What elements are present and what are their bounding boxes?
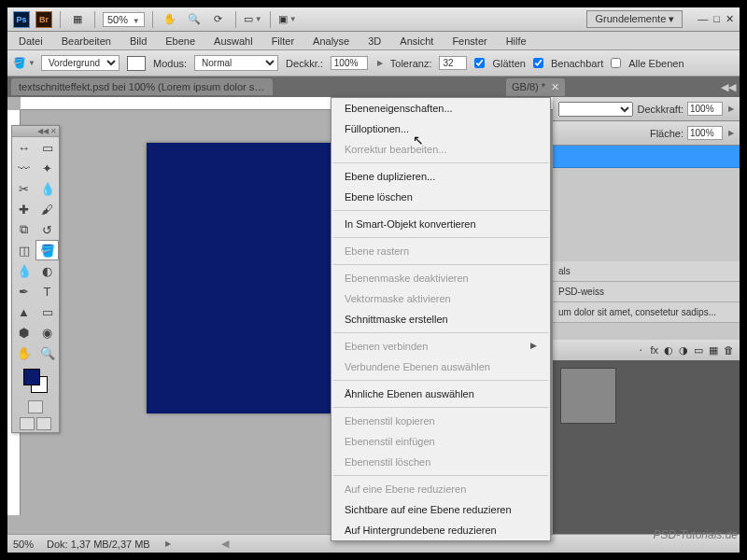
status-zoom[interactable]: 50% [13, 539, 34, 550]
pen-tool-icon[interactable]: ✒ [12, 281, 35, 301]
context-item: Ebenen verbinden▶ [331, 336, 550, 357]
context-item[interactable]: Fülloptionen... [331, 119, 550, 139]
menu-bearbeiten[interactable]: Bearbeiten [54, 34, 119, 49]
bucket-tool-icon[interactable]: 🪣 [35, 240, 59, 260]
menu-hilfe[interactable]: Hilfe [499, 34, 534, 49]
close-icon[interactable]: ✕ [726, 13, 734, 25]
layer-mask-icon[interactable]: ◐ [664, 344, 673, 357]
shape-tool-icon[interactable]: ▭ [35, 301, 59, 322]
3d-tool-icon[interactable]: ⬢ [12, 322, 35, 343]
arrange-icon[interactable]: ▭▼ [244, 10, 262, 29]
heal-tool-icon[interactable]: ✚ [12, 199, 35, 219]
bridge-icon[interactable]: Br [35, 11, 52, 28]
quickmask-icon[interactable] [28, 400, 43, 413]
layer-blend-select[interactable] [558, 102, 633, 117]
move-tool-icon[interactable]: ↔ [12, 137, 35, 158]
photoshop-icon[interactable]: Ps [13, 11, 30, 28]
context-item[interactable]: In Smart-Objekt konvertieren [331, 214, 550, 234]
3d-camera-icon[interactable]: ◉ [35, 322, 59, 343]
layer-item-1[interactable]: als [553, 261, 740, 282]
link-layers-icon[interactable]: ⬝ [638, 344, 644, 356]
layer-item-3[interactable]: um dolor sit amet, consetetur sadips... [553, 302, 740, 323]
menu-fenster[interactable]: Fenster [444, 34, 494, 49]
type-tool-icon[interactable]: T [35, 281, 59, 301]
menu-datei[interactable]: Datei [11, 34, 50, 49]
titlebar: Ps Br ▦ 50% ▼ ✋ 🔍 ⟳ ▭▼ ▣▼ Grundelemente … [7, 7, 740, 32]
pattern-swatch[interactable] [127, 56, 146, 71]
hand-tool-icon[interactable]: ✋ [12, 343, 35, 363]
eyedropper-tool-icon[interactable]: 💧 [35, 178, 59, 199]
delete-layer-icon[interactable]: 🗑 [724, 344, 734, 356]
layer-fill-label: Fläche: [650, 128, 684, 139]
all-layers-checkbox[interactable] [611, 58, 621, 68]
blur-tool-icon[interactable]: 💧 [12, 260, 35, 281]
screen-mode-icon[interactable]: ▣▼ [278, 10, 297, 29]
foreground-color[interactable] [23, 369, 40, 385]
contiguous-checkbox[interactable] [533, 58, 543, 68]
close-tab-icon[interactable]: ✕ [551, 81, 559, 92]
rotate-view-icon[interactable]: ⟳ [209, 10, 228, 29]
menu-bild[interactable]: Bild [122, 34, 154, 49]
layer-gap [553, 168, 740, 261]
menu-3d[interactable]: 3D [360, 34, 388, 49]
antialias-checkbox[interactable] [474, 58, 485, 68]
menu-filter[interactable]: Filter [264, 34, 302, 49]
workspace-select[interactable]: Grundelemente ▾ [586, 10, 683, 28]
zoom-select[interactable]: 50% ▼ [103, 12, 145, 27]
view-extras-icon[interactable]: ▦ [68, 10, 87, 29]
context-item[interactable]: Schnittmaske erstellen [331, 309, 550, 329]
zoom-tool-icon[interactable]: 🔍 [35, 343, 59, 363]
document-tab-2[interactable]: GB/8) *✕ [506, 78, 565, 96]
layer-fx-icon[interactable]: fx [650, 344, 658, 356]
right-panels: Deckkraft: ▶ Fläche: ▶ als PSD-weiss um … [553, 97, 740, 534]
screenmode-full-icon[interactable] [36, 417, 51, 430]
crop-tool-icon[interactable]: ✂ [12, 178, 35, 199]
blend-mode-select[interactable]: Normal [194, 55, 278, 71]
zoom-icon[interactable]: 🔍 [185, 10, 204, 29]
canvas[interactable] [147, 143, 333, 413]
context-item[interactable]: Ebene löschen [331, 187, 550, 207]
navigator-thumb[interactable] [560, 368, 616, 424]
color-swatch[interactable] [21, 367, 49, 395]
context-item[interactable]: Auf Hintergrundebene reduzieren [331, 520, 550, 540]
document-tab-1[interactable]: textschnitteffekt.psd bei 100% (Lorem ip… [11, 78, 273, 95]
layer-group-icon[interactable]: ▭ [694, 344, 703, 357]
brush-tool-icon[interactable]: 🖌 [35, 199, 59, 219]
menu-analyse[interactable]: Analyse [305, 34, 357, 49]
history-brush-icon[interactable]: ↺ [35, 219, 59, 240]
layer-opacity-input[interactable] [687, 102, 723, 116]
new-layer-icon[interactable]: ▦ [709, 344, 718, 357]
watermark: PSD-Tutorials.de [654, 528, 738, 541]
menu-ebene[interactable]: Ebene [158, 34, 203, 49]
layer-fill-input[interactable] [687, 126, 723, 140]
dodge-tool-icon[interactable]: ◐ [35, 260, 59, 281]
lasso-tool-icon[interactable]: 〰 [12, 158, 35, 178]
scroll-left-icon[interactable]: ◀ [221, 538, 229, 550]
stamp-tool-icon[interactable]: ⧉ [12, 219, 35, 240]
tolerance-input[interactable] [439, 56, 467, 70]
marquee-tool-icon[interactable]: ▭ [35, 137, 59, 158]
layer-context-menu: Ebeneneigenschaften...Fülloptionen...Kor… [331, 97, 551, 541]
path-select-icon[interactable]: ▲ [12, 301, 35, 322]
menu-ansicht[interactable]: Ansicht [392, 34, 441, 49]
wand-tool-icon[interactable]: ✦ [35, 158, 59, 178]
layer-mode-row: Deckkraft: ▶ [553, 97, 740, 121]
screenmode-std-icon[interactable] [20, 417, 35, 430]
opacity-input[interactable] [331, 56, 368, 70]
toolbox-header[interactable]: ◀◀ ✕ [12, 126, 59, 137]
eraser-tool-icon[interactable]: ◫ [12, 240, 35, 260]
layer-selected[interactable] [553, 146, 740, 168]
hand-icon[interactable]: ✋ [161, 10, 179, 29]
context-item[interactable]: Ebene duplizieren... [331, 166, 550, 187]
fill-source-select[interactable]: Vordergrund [41, 55, 120, 71]
context-item[interactable]: Ebeneneigenschaften... [331, 98, 550, 119]
maximize-icon[interactable]: □ [713, 13, 720, 25]
layer-item-2[interactable]: PSD-weiss [553, 282, 740, 302]
adjustment-layer-icon[interactable]: ◑ [679, 344, 688, 357]
panel-collapse-icon[interactable]: ◀◀ [721, 81, 736, 93]
context-item[interactable]: Sichtbare auf eine Ebene reduzieren [331, 499, 550, 520]
tool-preset-icon[interactable]: 🪣▼ [15, 54, 34, 73]
context-item[interactable]: Ähnliche Ebenen auswählen [331, 384, 550, 404]
menu-auswahl[interactable]: Auswahl [206, 34, 261, 49]
minimize-icon[interactable]: — [698, 13, 708, 25]
